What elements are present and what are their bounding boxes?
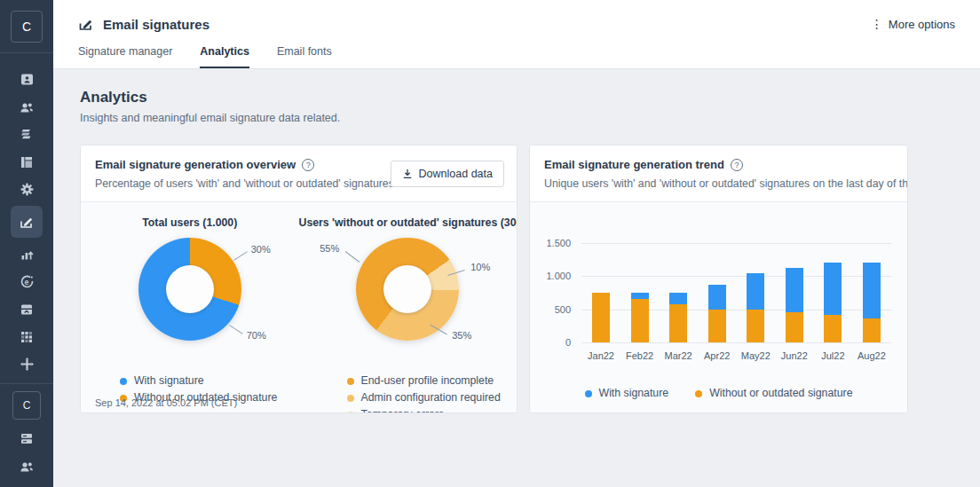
download-data-label: Download data <box>419 168 493 180</box>
sidebar-item-autoresponder[interactable]: e <box>11 268 43 295</box>
xlabel-Mar22: Mar22 <box>669 350 687 361</box>
bar-Apr22[interactable] <box>708 243 726 342</box>
signature-icon <box>19 214 35 230</box>
xlabel-May22: May22 <box>747 350 764 361</box>
circular-e-icon: e <box>20 274 35 289</box>
legend-item-admin-config: Admin configuration required <box>347 389 518 406</box>
donut2-legend: End-user profile incomplete Admin config… <box>347 373 518 413</box>
bar-Jan22[interactable] <box>592 243 610 342</box>
sidebar-item-move[interactable] <box>11 350 43 378</box>
legend-label: With signature <box>134 373 204 389</box>
gridline <box>581 342 891 343</box>
more-options-button[interactable]: ⋮ More options <box>871 18 955 31</box>
xlabel-Apr22: Apr22 <box>708 350 726 361</box>
legend-label: Without or outdated signature <box>709 385 852 402</box>
donut2-callout-55: 55% <box>320 243 339 254</box>
svg-text:e: e <box>24 278 28 287</box>
sidebar-item-server[interactable] <box>11 425 43 452</box>
bar-Mar22[interactable] <box>669 243 687 342</box>
sidebar-item-templates[interactable] <box>11 148 43 176</box>
ytick-0: 0 <box>565 337 571 348</box>
legend-item-with-signature: With signature <box>120 373 299 389</box>
gear-icon <box>20 182 35 197</box>
archive-box-icon <box>20 302 34 317</box>
xlabel-Feb22: Feb22 <box>631 350 649 361</box>
tab-email-fonts[interactable]: Email fonts <box>277 45 332 68</box>
legend-dot-orange-light <box>347 412 354 414</box>
main-area: Email signatures ⋮ More options Signatur… <box>53 0 980 487</box>
legend-label: Admin configuration required <box>361 389 501 406</box>
donut-total-users: Total users (1.000) 30% 70% <box>81 202 299 413</box>
move-cross-icon <box>20 357 35 372</box>
download-data-button[interactable]: Download data <box>391 161 504 187</box>
donut2-callout-35: 35% <box>452 330 471 341</box>
sidebar-item-archive[interactable] <box>11 295 43 323</box>
section-subtitle: Insights and meaningful email signature … <box>80 112 953 124</box>
legend-label: Temporary errors <box>361 406 445 413</box>
xlabel-Jul22: Jul22 <box>824 350 842 361</box>
xlabel-Aug22: Aug22 <box>863 350 881 361</box>
app-logo-letter: C <box>22 20 31 34</box>
sidebar-item-contacts[interactable] <box>11 66 43 93</box>
overview-card-title: Email signature generation overview <box>95 158 296 171</box>
sidebar-item-users[interactable] <box>11 93 43 121</box>
donut1-callout-30: 30% <box>251 244 271 255</box>
callout-line <box>345 251 360 263</box>
chart-upload-icon <box>20 247 35 262</box>
section-title: Analytics <box>80 89 953 106</box>
legend-dot-orange <box>695 390 702 397</box>
download-icon <box>402 169 413 179</box>
legend-label: With signature <box>599 385 669 402</box>
bar-Jul22[interactable] <box>824 243 842 342</box>
content-area: Analytics Insights and meaningful email … <box>53 69 980 413</box>
contact-card-icon <box>20 72 35 87</box>
bar-Aug22[interactable] <box>863 243 881 342</box>
help-icon[interactable]: ? <box>302 159 314 171</box>
callout-line <box>229 325 243 334</box>
legend-dot-blue <box>585 390 592 397</box>
legend-dot-orange-medium <box>347 395 354 402</box>
trend-card-title: Email signature generation trend <box>544 158 724 171</box>
page-title: Email signatures <box>103 17 209 32</box>
sidebar: C e <box>0 0 53 487</box>
sidebar-item-user-groups[interactable] <box>11 452 43 480</box>
tenant-avatar-letter: C <box>23 399 31 412</box>
ytick-1500: 1.500 <box>546 238 571 248</box>
sidebar-bottom: C <box>11 384 43 487</box>
donut-without-outdated: Users 'without or outdated' signatures (… <box>299 202 518 413</box>
tab-bar: Signature manager Analytics Email fonts <box>78 45 955 68</box>
sidebar-item-layers[interactable] <box>11 121 43 148</box>
ytick-500: 500 <box>555 304 571 315</box>
tab-signature-manager[interactable]: Signature manager <box>78 45 172 68</box>
sidebar-item-email-signatures[interactable] <box>11 206 43 238</box>
trend-plot <box>581 243 891 342</box>
sidebar-item-apps-grid[interactable] <box>11 323 43 350</box>
trend-chart: 1.500 1.000 500 0 <box>530 243 891 342</box>
template-grid-icon <box>20 155 34 169</box>
sidebar-item-analytics[interactable] <box>11 240 43 268</box>
overview-card: Email signature generation overview ? Pe… <box>80 145 518 413</box>
bar-May22[interactable] <box>747 243 764 342</box>
bar-Jun22[interactable] <box>786 243 803 342</box>
legend-item-without-signature: Without or outdated signature <box>695 385 852 402</box>
xlabel-Jun22: Jun22 <box>786 350 803 361</box>
page-header: Email signatures ⋮ More options Signatur… <box>53 0 980 69</box>
trend-xlabels: Jan22Feb22Mar22Apr22May22Jun22Jul22Aug22 <box>581 350 891 361</box>
email-signatures-icon <box>78 16 94 32</box>
legend-dot-blue <box>120 378 127 385</box>
grid-icon <box>20 330 34 344</box>
app-logo[interactable]: C <box>11 11 43 43</box>
tab-analytics[interactable]: Analytics <box>200 45 249 68</box>
kebab-icon: ⋮ <box>871 18 883 30</box>
donut1-title: Total users (1.000) <box>81 216 299 229</box>
help-icon[interactable]: ? <box>731 159 743 171</box>
sidebar-item-settings[interactable] <box>11 176 43 203</box>
donut2-callout-10: 10% <box>470 262 490 272</box>
ytick-1000: 1.000 <box>546 271 571 281</box>
layers-icon <box>20 128 34 141</box>
bar-Feb22[interactable] <box>631 243 649 342</box>
tenant-avatar[interactable]: C <box>12 391 41 420</box>
donut2-chart[interactable] <box>356 238 459 341</box>
legend-dot-orange-dark <box>347 378 354 385</box>
donut1-chart[interactable] <box>138 238 241 341</box>
